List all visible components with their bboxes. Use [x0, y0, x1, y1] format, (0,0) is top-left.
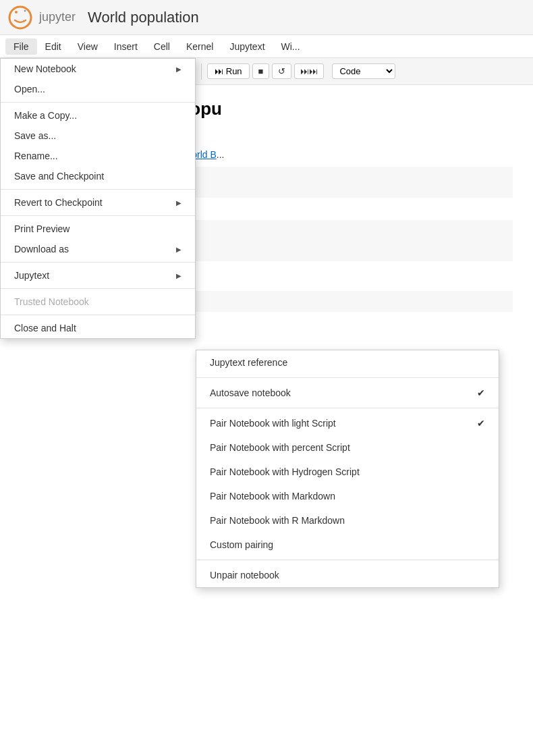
sub-divider-1	[196, 377, 499, 378]
menu-print-preview[interactable]: Print Preview	[1, 219, 195, 239]
divider-1	[1, 102, 195, 103]
new-notebook-label: New Notebook	[14, 63, 76, 74]
submenu-jupytext-ref[interactable]: Jupytext reference	[196, 350, 499, 375]
trusted-label: Trusted Notebook	[14, 296, 89, 307]
pair-rmarkdown-label: Pair Notebook with R Markdown	[210, 515, 345, 526]
unpair-label: Unpair notebook	[210, 570, 279, 580]
run-button[interactable]: ⏭ Run	[207, 63, 250, 79]
submenu-pair-rmarkdown[interactable]: Pair Notebook with R Markdown	[196, 508, 499, 533]
jupytext-arrow: ▶	[176, 272, 181, 279]
jupytext-submenu: Jupytext reference Autosave notebook ✔ P…	[196, 350, 499, 588]
file-menu-dropdown: New Notebook ▶ Open... Make a Copy... Sa…	[0, 58, 196, 339]
new-notebook-arrow: ▶	[176, 65, 181, 73]
menu-kernel[interactable]: Kernel	[178, 38, 221, 55]
separator-4	[201, 63, 202, 80]
menu-save-checkpoint[interactable]: Save and Checkpoint	[1, 166, 195, 186]
pair-light-checkmark: ✔	[477, 418, 485, 429]
menu-trusted-notebook: Trusted Notebook	[1, 292, 195, 312]
revert-arrow: ▶	[176, 199, 181, 207]
pair-light-label: Pair Notebook with light Script	[210, 418, 336, 429]
run-label: Run	[226, 66, 242, 76]
menu-jupytext[interactable]: Jupytext	[221, 38, 273, 55]
sub-divider-3	[196, 560, 499, 560]
submenu-autosave[interactable]: Autosave notebook ✔	[196, 381, 499, 405]
restart-button[interactable]: ↺	[272, 63, 291, 79]
jupyter-logo-icon	[8, 5, 32, 30]
menu-make-copy[interactable]: Make a Copy...	[1, 105, 195, 126]
menu-cell[interactable]: Cell	[146, 38, 178, 55]
pair-hydrogen-label: Pair Notebook with Hydrogen Script	[210, 466, 360, 477]
pair-markdown-label: Pair Notebook with Markdown	[210, 491, 335, 502]
custom-pairing-label: Custom pairing	[210, 539, 273, 550]
divider-5	[1, 288, 195, 289]
open-label: Open...	[14, 84, 45, 94]
pair-percent-label: Pair Notebook with percent Script	[210, 442, 350, 453]
menu-rename[interactable]: Rename...	[1, 146, 195, 166]
menu-close-halt[interactable]: Close and Halt	[1, 318, 195, 338]
divider-6	[1, 315, 195, 315]
menu-jupytext[interactable]: Jupytext ▶	[1, 265, 195, 286]
svg-point-0	[9, 7, 31, 28]
restart-run-button[interactable]: ⏭⏭	[294, 63, 324, 79]
menubar: File Edit View Insert Cell Kernel Jupyte…	[0, 35, 533, 58]
download-as-arrow: ▶	[176, 246, 181, 253]
run-icon: ⏭	[215, 66, 223, 76]
jupytext-label: Jupytext	[14, 270, 49, 281]
revert-label: Revert to Checkpoint	[14, 197, 103, 208]
menu-save-as[interactable]: Save as...	[1, 126, 195, 146]
save-as-label: Save as...	[14, 130, 56, 141]
menu-new-notebook[interactable]: New Notebook ▶	[1, 59, 195, 79]
submenu-custom-pairing[interactable]: Custom pairing	[196, 533, 499, 557]
submenu-pair-light[interactable]: Pair Notebook with light Script ✔	[196, 411, 499, 435]
submenu-unpair[interactable]: Unpair notebook	[196, 563, 499, 587]
close-halt-label: Close and Halt	[14, 323, 76, 333]
menu-edit[interactable]: Edit	[37, 38, 69, 55]
cell-type-select[interactable]: Code Markdown Raw	[332, 63, 395, 79]
notebook-title: World population	[88, 9, 199, 26]
print-preview-label: Print Preview	[14, 223, 69, 234]
rename-label: Rename...	[14, 151, 58, 161]
save-checkpoint-label: Save and Checkpoint	[14, 171, 104, 182]
svg-point-2	[24, 9, 26, 11]
menu-revert-checkpoint[interactable]: Revert to Checkpoint ▶	[1, 192, 195, 213]
interrupt-button[interactable]: ■	[252, 63, 270, 79]
menu-view[interactable]: View	[69, 38, 106, 55]
menu-open[interactable]: Open...	[1, 79, 195, 99]
menu-insert[interactable]: Insert	[106, 38, 146, 55]
divider-2	[1, 189, 195, 190]
jupytext-ref-label: Jupytext reference	[210, 357, 287, 368]
menu-download-as[interactable]: Download as ▶	[1, 239, 195, 259]
menu-file[interactable]: File	[5, 38, 37, 55]
divider-4	[1, 262, 195, 263]
download-as-label: Download as	[14, 244, 69, 254]
submenu-pair-percent[interactable]: Pair Notebook with percent Script	[196, 435, 499, 460]
make-copy-label: Make a Copy...	[14, 110, 77, 121]
menu-widgets[interactable]: Wi...	[273, 38, 308, 55]
app-name: jupyter	[39, 10, 76, 24]
divider-3	[1, 215, 195, 216]
svg-point-1	[15, 11, 18, 14]
header: jupyter World population	[0, 0, 533, 35]
autosave-checkmark: ✔	[477, 387, 485, 398]
autosave-label: Autosave notebook	[210, 387, 291, 398]
submenu-pair-hydrogen[interactable]: Pair Notebook with Hydrogen Script	[196, 460, 499, 484]
submenu-pair-markdown[interactable]: Pair Notebook with Markdown	[196, 484, 499, 508]
sub-divider-2	[196, 408, 499, 408]
